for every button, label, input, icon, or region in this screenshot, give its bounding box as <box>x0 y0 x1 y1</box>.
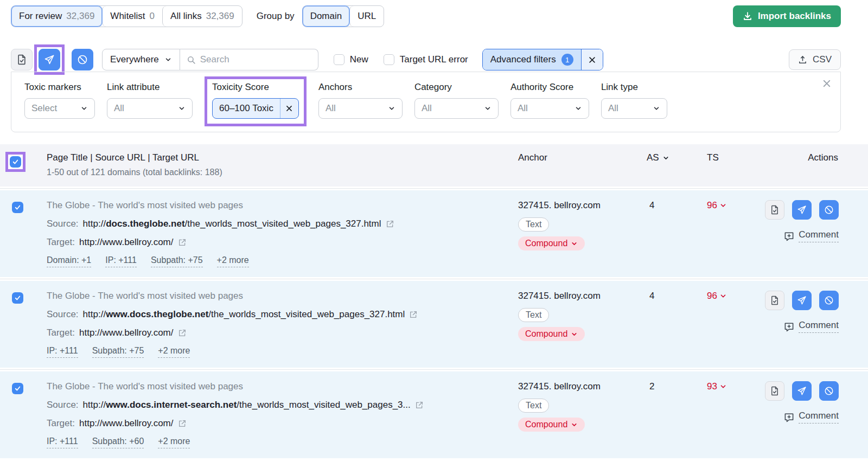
column-anchor: Anchor <box>518 152 547 163</box>
tab-for-review[interactable]: For review 32,369 <box>11 6 102 27</box>
paper-plane-icon <box>797 386 807 396</box>
comment-button[interactable]: Comment <box>784 320 839 333</box>
send-to-remove-row-button[interactable] <box>792 291 812 310</box>
table-row: The Globe - The world's most visited web… <box>0 281 868 368</box>
filter-anchors: Anchors All <box>318 82 403 119</box>
link-attribute-select[interactable]: All <box>107 98 193 119</box>
external-link-icon[interactable] <box>415 401 424 409</box>
column-as-sort[interactable]: AS <box>647 152 669 163</box>
filters-panel-close-button[interactable] <box>822 79 832 88</box>
source-url: http://www.docs.internet-search.net/the_… <box>83 400 411 410</box>
group-by-label: Group by <box>257 11 295 22</box>
toxic-marker[interactable]: Domain: +1 <box>47 255 91 267</box>
select-all-checkbox[interactable] <box>10 156 21 168</box>
category-select[interactable]: All <box>414 98 499 119</box>
block-icon <box>824 296 834 305</box>
row-checkbox[interactable] <box>12 202 23 213</box>
link-type-select[interactable]: All <box>601 98 667 119</box>
anchor-text: 327415. bellroy.com <box>518 381 601 392</box>
toxic-marker-more[interactable]: +2 more <box>217 255 249 267</box>
move-to-whitelist-button[interactable] <box>11 49 33 70</box>
table-header: Page Title | Source URL | Target URL 1-5… <box>0 144 868 187</box>
whitelist-row-button[interactable] <box>765 200 784 220</box>
toxic-markers-value: Select <box>31 103 57 114</box>
category-label: Category <box>414 82 499 93</box>
toxic-marker[interactable]: Subpath: +60 <box>92 437 144 448</box>
export-csv-button[interactable]: CSV <box>789 49 841 70</box>
tab-all-links[interactable]: All links 32,369 <box>162 6 242 27</box>
target-url-error-checkbox[interactable]: Target URL error <box>384 54 468 65</box>
whitelist-row-button[interactable] <box>765 291 784 310</box>
row-checkbox[interactable] <box>12 292 23 304</box>
advanced-filters-clear-button[interactable] <box>581 49 603 70</box>
import-backlinks-button[interactable]: Import backlinks <box>733 5 841 27</box>
toxicity-score-chip[interactable]: 60–100 Toxic <box>212 98 299 119</box>
external-link-icon[interactable] <box>386 220 394 228</box>
search-input[interactable] <box>200 54 311 65</box>
advanced-filters-control: Advanced filters 1 <box>482 49 603 70</box>
block-row-button[interactable] <box>819 200 839 220</box>
target-url-error-checkbox-box[interactable] <box>384 54 394 65</box>
toxic-marker[interactable]: IP: +111 <box>47 437 78 448</box>
ts-number: 96 <box>707 291 717 301</box>
send-to-remove-row-button[interactable] <box>792 381 812 401</box>
toxic-marker[interactable]: IP: +111 <box>47 346 78 358</box>
compound-badge[interactable]: Compound <box>518 327 585 341</box>
chevron-down-icon <box>178 105 186 112</box>
page-title: The Globe - The world's most visited web… <box>47 291 243 301</box>
target-url: http://www.bellroy.com/ <box>79 418 174 429</box>
new-checkbox[interactable]: New <box>334 54 368 65</box>
block-row-button[interactable] <box>819 381 839 401</box>
import-backlinks-label: Import backlinks <box>758 11 831 22</box>
compound-badge[interactable]: Compound <box>518 236 585 251</box>
block-icon <box>824 386 834 396</box>
anchor-type-badge: Text <box>518 399 549 413</box>
tab-whitelist[interactable]: Whitelist 0 <box>102 6 162 27</box>
new-checkbox-box[interactable] <box>334 54 344 65</box>
target-url-line: Target: http://www.bellroy.com/ <box>47 237 187 248</box>
row-actions <box>765 381 839 401</box>
anchors-select[interactable]: All <box>318 98 403 119</box>
comment-plus-icon <box>784 412 794 422</box>
chevron-down-icon <box>571 421 578 428</box>
advanced-filters-button[interactable]: Advanced filters 1 <box>483 49 581 70</box>
toxic-markers-select[interactable]: Select <box>24 98 95 119</box>
group-by-domain[interactable]: Domain <box>303 6 350 27</box>
block-button[interactable] <box>72 49 93 70</box>
external-link-icon[interactable] <box>409 310 418 319</box>
document-check-icon <box>770 205 780 215</box>
toxic-markers-label: Toxic markers <box>24 82 95 93</box>
filter-category: Category All <box>414 82 499 119</box>
external-link-icon[interactable] <box>178 419 187 428</box>
toxic-marker[interactable]: IP: +111 <box>105 255 137 267</box>
external-link-icon[interactable] <box>178 329 187 337</box>
move-to-remove-button[interactable] <box>39 49 60 70</box>
block-row-button[interactable] <box>819 291 839 310</box>
chevron-down-icon <box>653 105 660 112</box>
anchors-label: Anchors <box>318 82 403 93</box>
toxic-marker-more[interactable]: +2 more <box>158 346 190 358</box>
toxicity-score-value[interactable]: 96 <box>707 200 727 211</box>
compound-badge[interactable]: Compound <box>518 418 585 432</box>
toxic-marker-more[interactable]: +2 more <box>158 437 190 448</box>
scope-value: Everywhere <box>110 54 159 65</box>
check-icon <box>14 294 21 301</box>
comment-button[interactable]: Comment <box>784 410 839 423</box>
source-label: Source: <box>47 309 79 320</box>
external-link-icon[interactable] <box>178 238 187 247</box>
whitelist-row-button[interactable] <box>765 381 784 401</box>
toxic-marker[interactable]: Subpath: +75 <box>151 255 203 267</box>
group-by-url[interactable]: URL <box>349 6 384 27</box>
authority-score-select[interactable]: All <box>510 98 589 119</box>
toxicity-score-value[interactable]: 93 <box>707 381 727 392</box>
comment-button[interactable]: Comment <box>784 229 839 242</box>
toxicity-score-clear-button[interactable] <box>280 99 298 118</box>
toxicity-score-value[interactable]: 96 <box>707 291 727 301</box>
row-checkbox[interactable] <box>12 383 23 394</box>
chevron-down-icon <box>575 105 582 112</box>
anchor-text: 327415. bellroy.com <box>518 291 601 301</box>
scope-dropdown[interactable]: Everywhere <box>102 49 180 70</box>
send-to-remove-row-button[interactable] <box>792 200 812 220</box>
document-check-icon <box>16 54 27 65</box>
toxic-marker[interactable]: Subpath: +75 <box>92 346 144 358</box>
